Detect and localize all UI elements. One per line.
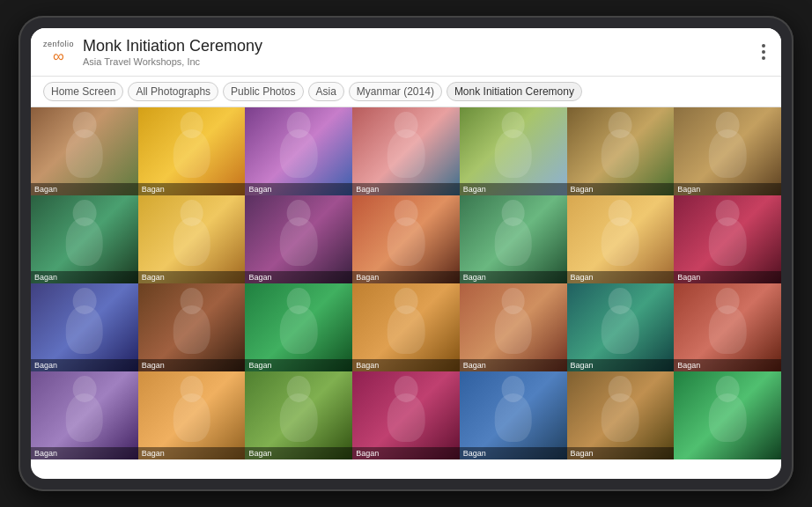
breadcrumb-public-photos[interactable]: Public Photos bbox=[223, 82, 303, 101]
photo-cell-5[interactable]: Bagan bbox=[460, 107, 567, 195]
photo-cell-9[interactable]: Bagan bbox=[138, 195, 246, 283]
menu-dot-2 bbox=[762, 50, 765, 54]
photo-label-19: Bagan bbox=[460, 359, 567, 371]
photo-label-18: Bagan bbox=[352, 359, 460, 371]
photo-cell-27[interactable]: Bagan bbox=[567, 371, 675, 459]
photo-label-26: Bagan bbox=[460, 447, 567, 459]
breadcrumb-ceremony[interactable]: Monk Initiation Ceremony bbox=[447, 82, 582, 101]
photo-label-24: Bagan bbox=[245, 447, 352, 459]
photo-cell-8[interactable]: Bagan bbox=[31, 195, 138, 283]
photo-cell-23[interactable]: Bagan bbox=[138, 371, 246, 459]
photo-label-5: Bagan bbox=[460, 183, 567, 195]
photo-label-25: Bagan bbox=[352, 447, 460, 459]
photo-label-16: Bagan bbox=[138, 359, 246, 371]
breadcrumb-home[interactable]: Home Screen bbox=[43, 82, 123, 101]
photo-cell-2[interactable]: Bagan bbox=[138, 107, 246, 195]
photo-cell-19[interactable]: Bagan bbox=[460, 283, 567, 371]
photo-cell-28[interactable] bbox=[674, 371, 781, 459]
more-menu-button[interactable] bbox=[758, 40, 769, 63]
logo-icon: ∞ bbox=[53, 48, 64, 64]
menu-dot-1 bbox=[762, 44, 765, 48]
photo-cell-1[interactable]: Bagan bbox=[31, 107, 138, 195]
breadcrumb-asia[interactable]: Asia bbox=[308, 82, 344, 101]
page-subtitle: Asia Travel Workshops, Inc bbox=[83, 56, 758, 67]
photo-label-23: Bagan bbox=[138, 447, 246, 459]
photo-cell-20[interactable]: Bagan bbox=[567, 283, 675, 371]
photo-label-8: Bagan bbox=[31, 271, 138, 283]
header: zenfolio ∞ Monk Initiation Ceremony Asia… bbox=[31, 28, 781, 77]
photo-cell-7[interactable]: Bagan bbox=[674, 107, 781, 195]
photo-label-11: Bagan bbox=[352, 271, 460, 283]
breadcrumb-myanmar[interactable]: Myanmar (2014) bbox=[349, 82, 442, 101]
page-title: Monk Initiation Ceremony bbox=[83, 37, 758, 56]
photo-cell-17[interactable]: Bagan bbox=[245, 283, 352, 371]
photo-cell-10[interactable]: Bagan bbox=[245, 195, 352, 283]
photo-cell-4[interactable]: Bagan bbox=[352, 107, 460, 195]
photo-label-2: Bagan bbox=[138, 183, 246, 195]
photo-cell-11[interactable]: Bagan bbox=[352, 195, 460, 283]
photo-label-1: Bagan bbox=[31, 183, 138, 195]
photo-label-17: Bagan bbox=[245, 359, 352, 371]
photo-label-20: Bagan bbox=[567, 359, 675, 371]
menu-dot-3 bbox=[762, 56, 765, 60]
breadcrumb: Home Screen All Photographs Public Photo… bbox=[31, 77, 781, 107]
photo-label-15: Bagan bbox=[31, 359, 138, 371]
photo-label-10: Bagan bbox=[245, 271, 352, 283]
photo-grid: BaganBaganBaganBaganBaganBaganBaganBagan… bbox=[31, 107, 781, 479]
photo-cell-15[interactable]: Bagan bbox=[31, 283, 138, 371]
header-title-block: Monk Initiation Ceremony Asia Travel Wor… bbox=[83, 37, 758, 67]
photo-label-6: Bagan bbox=[567, 183, 675, 195]
photo-cell-22[interactable]: Bagan bbox=[31, 371, 138, 459]
photo-label-9: Bagan bbox=[138, 271, 246, 283]
breadcrumb-all-photographs[interactable]: All Photographs bbox=[128, 82, 218, 101]
tablet-screen: zenfolio ∞ Monk Initiation Ceremony Asia… bbox=[31, 28, 781, 479]
photo-label-27: Bagan bbox=[567, 447, 675, 459]
photo-cell-12[interactable]: Bagan bbox=[460, 195, 567, 283]
photo-label-3: Bagan bbox=[245, 183, 352, 195]
tablet-device: zenfolio ∞ Monk Initiation Ceremony Asia… bbox=[18, 16, 794, 491]
photo-cell-14[interactable]: Bagan bbox=[674, 195, 781, 283]
photo-cell-25[interactable]: Bagan bbox=[352, 371, 460, 459]
photo-label-14: Bagan bbox=[674, 271, 781, 283]
photo-cell-3[interactable]: Bagan bbox=[245, 107, 352, 195]
photo-cell-26[interactable]: Bagan bbox=[460, 371, 567, 459]
photo-cell-21[interactable]: Bagan bbox=[674, 283, 781, 371]
photo-cell-18[interactable]: Bagan bbox=[352, 283, 460, 371]
photo-label-7: Bagan bbox=[674, 183, 781, 195]
logo: zenfolio ∞ bbox=[43, 40, 74, 64]
photo-label-13: Bagan bbox=[567, 271, 675, 283]
photo-cell-13[interactable]: Bagan bbox=[567, 195, 675, 283]
photo-cell-16[interactable]: Bagan bbox=[138, 283, 246, 371]
photo-label-4: Bagan bbox=[352, 183, 460, 195]
photo-label-12: Bagan bbox=[460, 271, 567, 283]
photo-cell-24[interactable]: Bagan bbox=[245, 371, 352, 459]
photo-label-21: Bagan bbox=[674, 359, 781, 371]
photo-label-22: Bagan bbox=[31, 447, 138, 459]
photo-cell-6[interactable]: Bagan bbox=[567, 107, 675, 195]
